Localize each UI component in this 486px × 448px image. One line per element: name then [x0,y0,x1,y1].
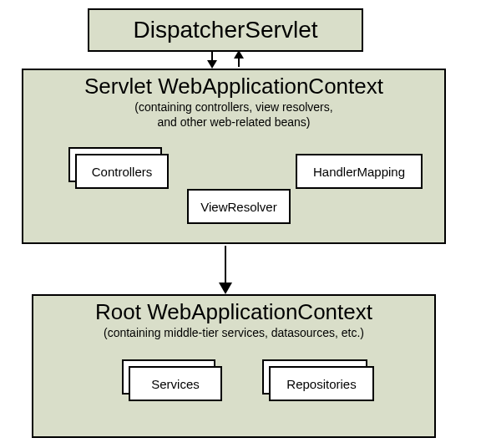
controllers-box: Controllers [75,154,169,189]
svg-marker-5 [219,283,232,294]
services-label: Services [151,377,200,391]
handlermapping-box: HandlerMapping [296,154,423,189]
servlet-context-box: Servlet WebApplicationContext (containin… [22,69,446,244]
repositories-label: Repositories [286,377,356,391]
handlermapping-label: HandlerMapping [313,165,405,179]
root-context-box: Root WebApplicationContext (containing m… [32,294,436,438]
dispatcher-servlet-box: DispatcherServlet [88,8,363,52]
servlet-context-subtitle1: (containing controllers, view resolvers, [23,99,444,115]
dispatcher-servlet-title: DispatcherServlet [134,17,318,43]
repositories-box: Repositories [269,366,374,401]
viewresolver-box: ViewResolver [187,189,291,224]
services-box: Services [129,366,222,401]
root-context-subtitle: (containing middle-tier services, dataso… [33,325,434,340]
diagram-canvas: DispatcherServlet Servlet WebApplication… [0,0,486,448]
servlet-context-subtitle2: and other web-related beans) [23,115,444,130]
viewresolver-label: ViewResolver [200,200,276,214]
svg-marker-3 [234,50,244,59]
arrow-servlet-to-root [214,244,237,294]
root-context-title: Root WebApplicationContext [33,299,434,325]
svg-marker-1 [207,60,217,69]
arrow-dispatcher-to-servlet [200,50,251,69]
servlet-context-title: Servlet WebApplicationContext [23,74,444,99]
controllers-label: Controllers [92,165,153,179]
